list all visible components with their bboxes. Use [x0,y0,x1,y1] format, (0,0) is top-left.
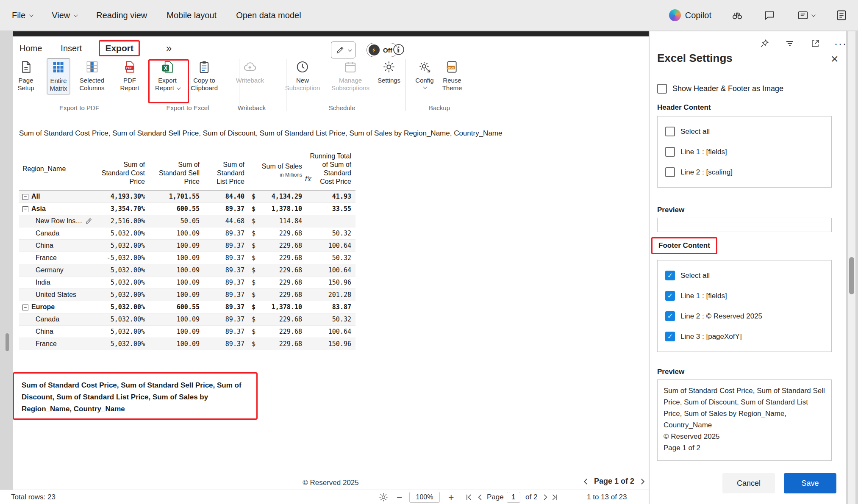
matrix-row-asia[interactable]: −Asia3,354.70%600.5589.37$1,378.1033.55 [19,203,355,215]
column-header-running-total[interactable]: Running Total of Sum of Standard Cost Pr… [306,150,355,191]
comments-icon[interactable] [763,9,776,22]
checkbox-unchecked[interactable] [657,84,667,94]
notes-list-icon[interactable] [835,9,848,22]
table-settings-gear-icon[interactable] [378,490,389,504]
matrix-row-china[interactable]: China5,032.00%100.0989.37$229.68100.64 [19,326,355,338]
header-option-line-1-fields[interactable]: Line 1 : [fields] [665,147,824,157]
menu-file[interactable]: File [12,11,32,20]
region-name-label: Europe [31,303,55,310]
page-prev-icon[interactable] [582,478,590,485]
matrix-row-united-states[interactable]: United States5,032.00%100.0989.37$229.68… [19,289,355,301]
info-icon[interactable] [392,43,405,56]
collapse-icon[interactable]: − [22,194,28,200]
save-button[interactable]: Save [784,473,836,493]
presentation-icon[interactable] [795,9,816,22]
show-header-footer-as-image-option[interactable]: Show Header & Footer as Image [657,84,783,94]
currency-symbol: $ [252,205,255,213]
selected-columns-button[interactable]: Selected Columns [77,58,107,94]
menu-view[interactable]: View [52,11,77,20]
footer-option-line-2-reserved-2025[interactable]: ✓Line 2 : © Reserved 2025 [665,311,824,321]
collapse-icon[interactable]: − [22,206,28,212]
reuse-theme-button[interactable]: JSON Reuse Theme [440,58,465,94]
zoom-level-value[interactable]: 100% [409,492,440,503]
button-label: Manage [331,77,369,84]
edit-row-pencil-icon[interactable] [86,217,92,224]
column-header-sales[interactable]: Sum of Sales in Millions [249,150,306,191]
matrix-row-canada[interactable]: Canada5,032.00%100.0989.37$229.6850.32 [19,227,355,240]
checkbox-checked[interactable]: ✓ [665,291,675,301]
tab-export[interactable]: Export [99,40,140,56]
checkbox-label: Select all [680,127,710,136]
zoom-out-button[interactable]: − [397,490,402,504]
last-page-button[interactable] [551,490,558,504]
collapse-icon[interactable]: − [22,305,28,310]
more-options-icon[interactable]: ··· [835,38,846,49]
header-option-select-all[interactable]: Select all [665,127,824,136]
checkbox-checked[interactable]: ✓ [665,311,675,321]
button-label: Setup [17,84,34,92]
first-page-button[interactable] [465,490,473,504]
matrix-row-new-row-ins-[interactable]: New Row Ins…2,516.00%50.0544.68$114.84 [19,215,355,227]
fx-function-icon[interactable]: fx [304,174,311,183]
export-report-button[interactable]: X Export Report [153,58,182,94]
column-header-cost-price[interactable]: Sum of Standard Cost Price [98,150,149,191]
tab-insert[interactable]: Insert [59,42,83,55]
writeback-button[interactable]: Writeback [233,58,267,86]
next-page-button[interactable] [541,490,549,504]
header-option-line-2-scaling[interactable]: Line 2 : [scaling] [665,167,824,177]
footer-option-select-all[interactable]: ✓Select all [665,271,824,280]
open-in-new-icon[interactable] [810,38,821,49]
matrix-row-germany[interactable]: Germany5,032.00%100.0989.37$229.68100.64 [19,264,355,277]
footer-option-line-3-pagexofy[interactable]: ✓Line 3 : [pageXofY] [665,332,824,341]
filter-lines-icon[interactable] [784,38,795,49]
menu-mobile-layout[interactable]: Mobile layout [167,11,217,20]
matrix-row-canada[interactable]: Canada5,032.00%100.0989.37$229.6850.32 [19,313,355,326]
page-number-input[interactable] [507,492,520,503]
page-setup-button[interactable]: Page Setup [15,58,36,94]
config-gear-icon [415,60,433,75]
checkbox-unchecked[interactable] [665,127,675,136]
close-icon[interactable]: × [831,53,839,65]
currency-symbol: $ [252,254,255,262]
copilot-button[interactable]: Copilot [669,9,711,21]
pane-resize-handle[interactable] [6,333,9,351]
footer-option-line-1-fields[interactable]: ✓Line 1 : [fields] [665,291,824,301]
entire-matrix-button[interactable]: Entire Matrix [47,58,70,94]
matrix-row-india[interactable]: India5,032.00%100.0989.37$229.68150.96 [19,277,355,289]
edit-mode-button[interactable] [331,42,355,58]
previous-page-button[interactable] [476,490,484,504]
config-button[interactable]: Config [413,58,436,92]
matrix-row-europe[interactable]: −Europe5,032.00%600.5589.37$1,378.1083.8… [19,301,355,313]
manage-subscriptions-button[interactable]: Manage Subscriptions [329,58,372,94]
tabs-overflow-icon[interactable]: » [166,42,172,54]
settings-button[interactable]: Settings [375,58,403,86]
copy-to-clipboard-button[interactable]: Copy to Clipboard [188,58,220,94]
matrix-row-all[interactable]: −All4,193.30%1,701.5584.40$4,134.2941.93 [19,191,355,203]
page-of-label: of 2 [525,490,537,504]
footer-preview-copyright-line: © Reserved 2025 [664,431,825,442]
tab-home[interactable]: Home [18,42,44,55]
menu-reading-view[interactable]: Reading view [96,11,147,20]
pin-icon[interactable] [759,38,770,49]
column-header-sell-price[interactable]: Sum of Standard Sell Price [149,150,204,191]
new-subscription-button[interactable]: New Subscription [283,58,323,94]
menu-reading-view-label: Reading view [96,11,147,20]
column-header-list-price[interactable]: Sum of Standard List Price [204,150,249,191]
cancel-button[interactable]: Cancel [722,473,775,493]
matrix-row-china[interactable]: China5,032.00%100.0989.37$229.68100.64 [19,240,355,252]
checkbox-checked[interactable]: ✓ [665,271,675,280]
scrollbar-thumb[interactable] [849,257,854,294]
matrix-row-france[interactable]: France-5,032.00%100.0989.37$229.6850.32 [19,252,355,264]
pdf-report-button[interactable]: PDF PDF Report [117,58,142,94]
checkbox-checked[interactable]: ✓ [665,332,675,341]
zoom-in-button[interactable]: + [448,490,454,504]
page-next-icon[interactable] [639,478,646,485]
checkbox-unchecked[interactable] [665,167,675,177]
cost-price-cell: 5,032.00% [98,338,149,350]
report-page-navigator: Page 1 of 2 [582,477,646,486]
checkbox-unchecked[interactable] [665,147,675,157]
menu-open-data-model[interactable]: Open data model [236,11,301,20]
matrix-row-france[interactable]: France5,032.00%100.0989.37$229.68150.96 [19,338,355,350]
binoculars-icon[interactable] [731,9,744,22]
column-header-region-name[interactable]: Region_Name [19,150,98,191]
